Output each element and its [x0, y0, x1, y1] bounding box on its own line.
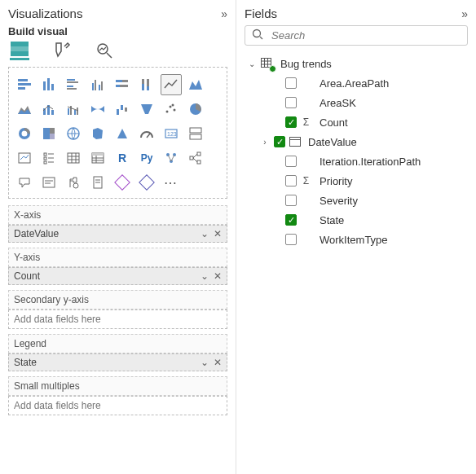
smart-narrative-icon[interactable]	[38, 172, 60, 193]
qa-visual-icon[interactable]	[14, 172, 35, 193]
svg-rect-7	[18, 87, 25, 90]
checkbox[interactable]	[285, 77, 297, 89]
filled-map-icon[interactable]	[87, 123, 108, 144]
checkbox[interactable]	[285, 214, 297, 226]
checkbox[interactable]	[274, 136, 285, 147]
remove-field-icon[interactable]: ✕	[214, 357, 222, 368]
collapse-fields-icon[interactable]: »	[461, 7, 468, 20]
field-areask[interactable]: AreaSK	[245, 93, 468, 112]
azure-map-icon[interactable]	[112, 123, 133, 144]
key-influencers-icon[interactable]	[161, 147, 182, 169]
card-icon[interactable]: 123	[161, 123, 182, 144]
xaxis-well-field[interactable]: DateValue ⌄✕	[8, 225, 227, 243]
funnel-chart-icon[interactable]	[136, 99, 157, 120]
table-icon	[261, 58, 274, 70]
hundred-stacked-column-icon[interactable]	[136, 74, 157, 95]
svg-rect-77	[197, 160, 201, 164]
line-chart-icon[interactable]	[161, 74, 182, 95]
remove-field-icon[interactable]: ✕	[214, 270, 222, 282]
expand-icon[interactable]: ›	[259, 138, 271, 147]
svg-rect-17	[99, 85, 100, 90]
slicer-icon[interactable]	[38, 147, 60, 169]
checkbox[interactable]	[285, 175, 297, 187]
field-count[interactable]: Count	[245, 112, 468, 132]
fields-title: Fields	[245, 7, 277, 20]
field-workitemtype[interactable]: WorkItemType	[245, 230, 468, 249]
field-priority[interactable]: Priority	[245, 171, 468, 191]
svg-rect-66	[92, 153, 104, 156]
svg-rect-44	[43, 128, 50, 139]
field-area-areapath[interactable]: Area.AreaPath	[245, 73, 468, 93]
goals-icon[interactable]	[63, 172, 84, 193]
gauge-icon[interactable]	[136, 123, 157, 144]
format-visual-tab[interactable]	[52, 41, 72, 60]
map-icon[interactable]	[63, 123, 84, 144]
python-visual-icon[interactable]: Py	[136, 147, 157, 169]
clustered-bar-chart-icon[interactable]	[63, 74, 84, 95]
sigma-icon	[300, 175, 313, 187]
build-visual-tab[interactable]	[10, 41, 29, 60]
clustered-column-chart-icon[interactable]	[87, 74, 108, 95]
checkbox[interactable]	[285, 156, 297, 167]
power-automate-icon[interactable]	[136, 172, 157, 193]
collapse-visualizations-icon[interactable]: »	[221, 7, 227, 20]
svg-point-39	[174, 109, 176, 112]
donut-chart-icon[interactable]	[14, 123, 35, 144]
scatter-chart-icon[interactable]	[161, 99, 182, 120]
legend-field-value: State	[14, 357, 37, 368]
pie-chart-icon[interactable]	[185, 99, 206, 120]
fields-search-box[interactable]	[245, 25, 468, 46]
stacked-bar-chart-icon[interactable]	[14, 74, 35, 95]
kpi-icon[interactable]	[14, 147, 35, 169]
field-severity[interactable]: Severity	[245, 191, 468, 210]
svg-line-4	[107, 53, 112, 58]
line-stacked-column-icon[interactable]	[38, 99, 60, 120]
chevron-down-icon[interactable]: ⌄	[201, 228, 209, 239]
line-clustered-column-icon[interactable]	[63, 99, 84, 120]
r-visual-icon[interactable]: R	[112, 147, 133, 169]
field-iteration-iterationpath[interactable]: Iteration.IterationPath	[245, 151, 468, 171]
sigma-icon	[300, 116, 313, 128]
more-visuals-icon[interactable]: ⋯	[161, 172, 182, 193]
power-apps-icon[interactable]	[112, 172, 133, 193]
field-label: Severity	[316, 195, 358, 207]
remove-field-icon[interactable]: ✕	[214, 228, 222, 239]
decomposition-tree-icon[interactable]	[185, 147, 206, 169]
matrix-icon[interactable]	[87, 147, 108, 169]
chevron-down-icon[interactable]: ⌄	[201, 270, 209, 282]
legend-well-field[interactable]: State ⌄✕	[8, 353, 227, 371]
stacked-area-chart-icon[interactable]	[14, 99, 35, 120]
area-chart-icon[interactable]	[185, 74, 206, 95]
chevron-down-icon[interactable]: ⌄	[201, 357, 209, 368]
field-label: Priority	[316, 175, 352, 187]
secondary-yaxis-well-drop[interactable]: Add data fields here	[8, 309, 227, 329]
ribbon-chart-icon[interactable]	[87, 99, 108, 120]
analytics-tab[interactable]	[95, 41, 114, 60]
multi-row-card-icon[interactable]	[185, 123, 206, 144]
field-datevalue[interactable]: › DateValue	[245, 132, 468, 151]
yaxis-field-value: Count	[14, 270, 40, 282]
svg-line-73	[168, 155, 171, 161]
xaxis-field-value: DateValue	[14, 228, 59, 239]
stacked-column-chart-icon[interactable]	[38, 74, 60, 95]
hundred-stacked-bar-icon[interactable]	[112, 74, 133, 95]
smallmultiples-well-drop[interactable]: Add data fields here	[8, 396, 227, 415]
checkbox[interactable]	[285, 234, 297, 245]
legend-well-label: Legend	[8, 334, 227, 353]
yaxis-well-field[interactable]: Count ⌄✕	[8, 267, 227, 285]
checkbox[interactable]	[285, 97, 297, 108]
checkbox[interactable]	[285, 116, 297, 128]
table-icon[interactable]	[63, 147, 84, 169]
field-state[interactable]: State	[245, 210, 468, 230]
table-node-bug-trends[interactable]: ⌄ Bug trends	[245, 54, 468, 73]
treemap-icon[interactable]	[38, 123, 60, 144]
svg-rect-15	[92, 83, 94, 90]
fields-search-input[interactable]	[270, 29, 461, 42]
checkbox[interactable]	[285, 195, 297, 206]
svg-rect-45	[50, 128, 55, 134]
waterfall-chart-icon[interactable]	[112, 99, 133, 120]
expand-icon[interactable]: ⌄	[246, 59, 258, 68]
paginated-report-icon[interactable]	[87, 172, 108, 193]
svg-point-40	[172, 104, 174, 107]
svg-rect-52	[190, 134, 201, 139]
